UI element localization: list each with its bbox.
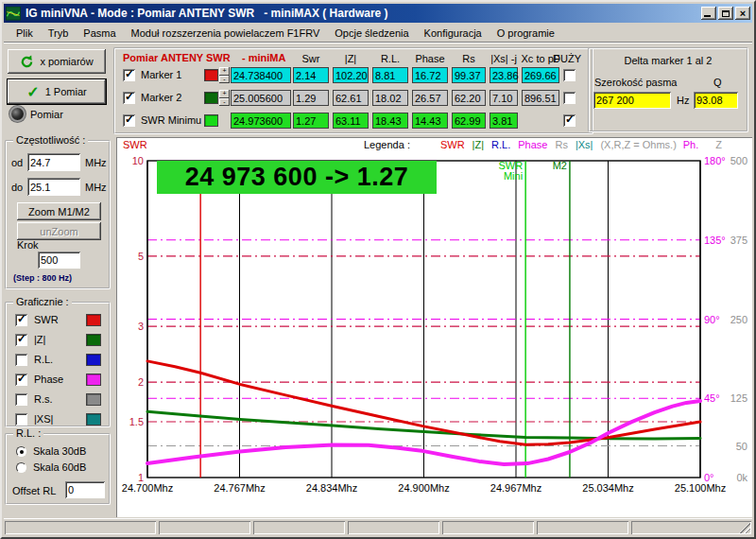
graph-option-checkbox-0[interactable] — [15, 314, 27, 326]
hz-unit-label: Hz — [677, 95, 689, 106]
marker-value-cell: 102.20 — [333, 67, 369, 83]
graph-option-checkbox-5[interactable] — [15, 413, 27, 426]
offset-rl-input[interactable] — [65, 481, 105, 498]
marker-value-cell: 14.43 — [412, 113, 448, 129]
step-input[interactable] — [38, 252, 80, 269]
chart-panel: SWRMiniM2105321.51180°135°90°45°0°500375… — [116, 137, 752, 517]
multi-measure-button[interactable]: x pomiarów — [8, 49, 106, 74]
menu-item-pasma[interactable]: Pasma — [77, 26, 122, 41]
rl-scale-option: Skala 60dB — [7, 461, 109, 476]
menu-item-opcje-ledzenia[interactable]: Opcje śledzenia — [328, 26, 415, 41]
marker-value-cell: 8.81 — [372, 67, 408, 83]
menu-item-tryb[interactable]: Tryb — [42, 26, 76, 41]
x-tick-label: 24.767Mhz — [214, 482, 265, 494]
graph-option-checkbox-4[interactable] — [15, 393, 27, 406]
right-axis-header-0: Ph. — [683, 139, 699, 150]
close-button[interactable]: × — [735, 7, 750, 20]
marker-value-cell: 3.81 — [490, 113, 518, 129]
graph-option-row: Phase — [7, 373, 109, 390]
phase-tick-label: 90° — [704, 314, 720, 325]
menu-item-o-programie[interactable]: O programie — [490, 26, 561, 41]
right-axis-headers: Ph.Z — [683, 139, 722, 150]
chart-legend: Legenda : SWR|Z|R.L.PhaseRs|Xs|(X,R,Z = … — [364, 139, 677, 150]
marker-value-cell: 7.10 — [490, 90, 518, 106]
phase-tick-label: 135° — [704, 235, 726, 246]
marker-value-cell: 1.29 — [293, 90, 329, 106]
marker-freq-spinner[interactable]: +- — [219, 90, 230, 106]
marker-frequency-field[interactable]: 24.973600 — [231, 113, 291, 129]
swr-tick-label: 2 — [138, 376, 144, 388]
duzy-checkbox[interactable] — [563, 92, 576, 104]
chart-plot: SWRMiniM2105321.51180°135°90°45°0°500375… — [116, 137, 752, 517]
column-header-1: |Z| — [345, 53, 356, 64]
q-field[interactable] — [694, 92, 738, 109]
multi-measure-label: x pomiarów — [40, 56, 93, 67]
frequency-panel-title: Częstotliwość : — [13, 134, 88, 146]
minimize-button[interactable] — [701, 7, 716, 20]
bandwidth-field[interactable] — [593, 92, 671, 109]
step-note: (Step : 800 Hz) — [13, 273, 72, 283]
graph-option-checkbox-3[interactable] — [15, 374, 27, 386]
rl-scale-radio-0[interactable] — [16, 446, 26, 457]
offset-rl-label: Offset RL — [12, 485, 56, 496]
spin-down-icon[interactable]: - — [219, 98, 230, 107]
maximize-icon — [722, 10, 730, 17]
spin-up-icon[interactable]: + — [219, 67, 230, 76]
marker-value-cell: 2.14 — [293, 67, 329, 83]
zoom-m1m2-button[interactable]: Zoom M1/M2 — [17, 202, 101, 220]
x-tick-label: 25.100Mhz — [675, 482, 726, 494]
marker-visible-checkbox[interactable] — [123, 114, 135, 127]
x-tick-label: 24.900Mhz — [398, 482, 449, 494]
status-panel-4 — [442, 521, 534, 534]
resize-grip-icon[interactable] — [739, 522, 750, 533]
measure-led-icon — [11, 108, 24, 120]
graph-option-checkbox-1[interactable] — [15, 334, 27, 346]
graph-panel-title: Graficznie : — [13, 296, 72, 307]
right-axis-header-1: Z — [715, 139, 722, 150]
status-panel-5 — [537, 521, 628, 534]
duzy-checkbox[interactable] — [563, 114, 576, 127]
marker-value-cell: 896.51 — [522, 90, 559, 106]
menu-item-konfiguracja[interactable]: Konfiguracja — [418, 26, 489, 41]
marker-value-cell: 26.57 — [412, 90, 448, 106]
spin-up-icon[interactable]: + — [219, 90, 230, 98]
marker-frequency-field[interactable]: 25.005600 — [231, 90, 291, 106]
z-tick-label: 375 — [730, 235, 747, 246]
x-tick-label: 24.834Mhz — [306, 482, 357, 494]
menu-item-plik[interactable]: Plik — [9, 26, 40, 41]
single-measure-button[interactable]: ✓ 1 Pomiar — [8, 79, 106, 104]
swr-tick-label: 1.5 — [129, 416, 144, 427]
unzoom-button[interactable]: unZoom — [17, 222, 101, 240]
freq-to-input[interactable] — [27, 178, 80, 196]
marker-visible-checkbox[interactable] — [123, 92, 135, 104]
bandwidth-label: Szerokość pasma — [594, 77, 677, 88]
legend-item-5: |Xs| — [576, 139, 593, 150]
graph-option-color-swatch — [86, 393, 101, 406]
menu-item-modu-rozszerzenia-powielaczem-f1frv[interactable]: Moduł rozszerzenia powielaczem F1FRV — [125, 26, 327, 41]
graph-option-label: R.s. — [34, 393, 53, 405]
rl-scale-radio-1[interactable] — [16, 462, 26, 473]
swr-min-readout: 24 973 600 -> 1.27 — [157, 161, 437, 194]
z-tick-label: 50 — [736, 441, 747, 452]
spin-down-icon[interactable]: - — [219, 76, 230, 84]
rl-scale-option: Skala 30dB — [7, 445, 109, 460]
marker-visible-checkbox[interactable] — [123, 69, 135, 81]
graph-option-checkbox-2[interactable] — [15, 354, 27, 366]
x-tick-label: 24.700Mhz — [122, 482, 173, 494]
column-header-0: Swr — [302, 53, 320, 64]
marker-freq-spinner[interactable]: +- — [219, 67, 230, 83]
marker-color-swatch — [204, 69, 218, 81]
freq-from-input[interactable] — [27, 153, 80, 171]
status-panel-2 — [253, 521, 345, 534]
marker-value-cell: 62.61 — [333, 90, 369, 106]
marker-frequency-field[interactable]: 24.738400 — [231, 67, 291, 83]
marker-table-panel: Pomiar ANTENY SWR - miniMA Swr|Z|R.L.Pha… — [113, 47, 593, 134]
maximize-button[interactable] — [718, 7, 733, 20]
marker-value-cell: 62.20 — [452, 90, 486, 106]
measure-led-label: Pomiar — [30, 109, 63, 120]
q-label: Q — [713, 77, 722, 88]
legend-item-0: SWR — [440, 139, 465, 150]
graph-option-label: R.L. — [34, 354, 53, 365]
duzy-checkbox[interactable] — [563, 69, 576, 81]
graph-option-row: |Z| — [7, 333, 109, 350]
